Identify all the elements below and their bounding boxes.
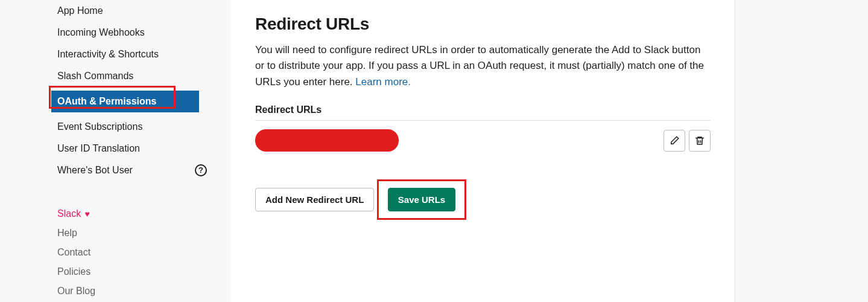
sidebar-item-oauth-permissions[interactable]: OAuth & Permissions xyxy=(51,91,199,112)
pencil-icon xyxy=(669,135,680,146)
trash-icon xyxy=(694,135,705,146)
sidebar-item-slash-commands[interactable]: Slash Commands xyxy=(57,65,207,87)
save-button-wrap: Save URLs xyxy=(377,179,466,220)
redirect-url-redacted xyxy=(255,129,399,152)
edit-button[interactable] xyxy=(664,130,685,152)
redirect-urls-label: Redirect URLs xyxy=(255,104,711,121)
footer-link-blog[interactable]: Our Blog xyxy=(57,281,207,301)
sidebar-item-bot-user[interactable]: Where's Bot User xyxy=(57,163,133,178)
sidebar-item-user-id-translation[interactable]: User ID Translation xyxy=(57,138,207,159)
sidebar-item-incoming-webhooks[interactable]: Incoming Webhooks xyxy=(57,22,207,43)
redirect-url-row xyxy=(255,129,711,152)
sidebar: App Home Incoming Webhooks Interactivity… xyxy=(0,0,231,302)
desc-text: You will need to configure redirect URLs… xyxy=(255,44,704,88)
sidebar-item-app-home[interactable]: App Home xyxy=(57,0,207,22)
footer-link-help[interactable]: Help xyxy=(57,223,207,243)
page-description: You will need to configure redirect URLs… xyxy=(255,42,711,90)
sidebar-item-bot-user-row: Where's Bot User ? xyxy=(57,159,207,181)
footer-slack-label: Slack xyxy=(57,208,81,219)
sidebar-item-oauth-wrap: OAuth & Permissions xyxy=(57,87,199,116)
url-actions xyxy=(664,130,711,152)
add-redirect-url-button[interactable]: Add New Redirect URL xyxy=(255,188,374,211)
footer-links: Slack ♥ Help Contact Policies Our Blog xyxy=(57,204,207,301)
footer-link-slack[interactable]: Slack ♥ xyxy=(57,204,207,223)
footer-link-policies[interactable]: Policies xyxy=(57,262,207,281)
learn-more-link[interactable]: Learn more. xyxy=(355,76,411,88)
sidebar-item-interactivity[interactable]: Interactivity & Shortcuts xyxy=(57,43,207,65)
footer-link-contact[interactable]: Contact xyxy=(57,243,207,262)
save-urls-button[interactable]: Save URLs xyxy=(388,188,455,211)
heart-icon: ♥ xyxy=(85,209,90,219)
main-content: Redirect URLs You will need to configure… xyxy=(231,0,735,302)
page-title: Redirect URLs xyxy=(255,14,711,34)
sidebar-item-event-subscriptions[interactable]: Event Subscriptions xyxy=(57,116,207,138)
delete-button[interactable] xyxy=(689,130,711,152)
help-icon[interactable]: ? xyxy=(195,164,207,176)
